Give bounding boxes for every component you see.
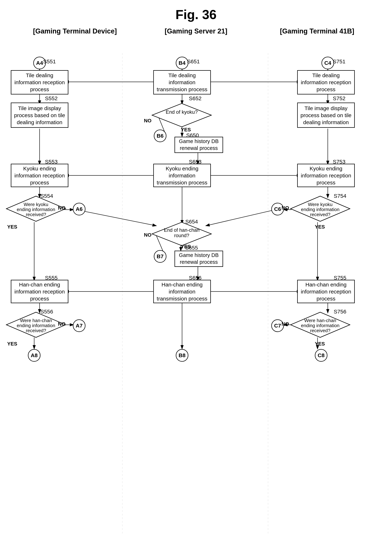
circle-a7: A7 (73, 319, 85, 332)
col-header-left: [Gaming Terminal Device] (21, 27, 129, 35)
diamond-b-han-chan: End of han-chan round? (151, 221, 212, 247)
label-no-c-kyoku: NO (282, 205, 289, 211)
step-s552: S552 (45, 95, 58, 101)
box-b-tile-deal: Tile dealing information transmission pr… (153, 70, 211, 94)
circle-b4: B4 (176, 57, 188, 69)
page-title: Fig. 36 (0, 0, 392, 27)
svg-text:ending information: ending information (301, 323, 339, 328)
box-c-tile-img: Tile image display process based on tile… (297, 103, 355, 128)
svg-text:Were kyoku: Were kyoku (308, 202, 333, 207)
label-yes-a-kyoku: YES (7, 224, 17, 230)
label-yes-b-kyoku: YES (181, 127, 191, 133)
circle-b7: B7 (154, 250, 166, 263)
diamond-c-kyoku: Were kyoku ending information received? (290, 195, 351, 222)
box-a-tile-deal: Tile dealing information reception proce… (11, 70, 68, 94)
svg-text:received?: received? (26, 328, 46, 333)
col-header-right: [Gaming Terminal 41B] (263, 27, 371, 35)
svg-line-25 (74, 209, 156, 226)
circle-b6: B6 (154, 130, 166, 142)
svg-text:Were han-chan: Were han-chan (304, 318, 336, 323)
box-c-hanchan-end: Han-chan ending information reception pr… (297, 280, 355, 303)
diamond-b-end-kyoku: End of kyoku? (151, 103, 212, 128)
label-yes-a-hanchan: YES (7, 341, 17, 347)
col-header-center: [Gaming Server 21] (142, 27, 250, 35)
step-s752: S752 (333, 95, 346, 101)
diamond-a-hanchan: Were han-chan ending information receive… (5, 311, 67, 338)
step-s652: S652 (189, 95, 201, 101)
diamond-c-hanchan: Were han-chan ending information receive… (290, 311, 351, 338)
box-c-kyoku-end: Kyoku ending information reception proce… (297, 164, 355, 187)
label-yes-c-hanchan: YES (315, 341, 325, 347)
label-yes-c-kyoku: YES (315, 224, 325, 230)
box-b-hanchan-end: Han-chan ending information transmission… (153, 280, 211, 303)
diamond-a-kyoku: Were kyoku ending information received? (5, 195, 67, 222)
box-a-hanchan-end: Han-chan ending information reception pr… (11, 280, 68, 303)
box-c-tile-deal: Tile dealing information reception proce… (297, 70, 355, 94)
box-a-kyoku-end: Kyoku ending information reception proce… (11, 164, 68, 187)
label-no-a-kyoku: NO (58, 205, 65, 211)
step-s751: S751 (333, 58, 346, 65)
box-b-game-hist1: Game history DB renewal process (175, 137, 223, 153)
circle-c4: C4 (322, 57, 334, 69)
label-no-a-hanchan: NO (58, 321, 65, 327)
svg-text:Were han-chan: Were han-chan (20, 318, 52, 323)
svg-text:Were kyoku: Were kyoku (24, 202, 48, 207)
label-no-c-hanchan: NO (282, 321, 289, 327)
circle-a6: A6 (73, 203, 85, 215)
label-no-b-hanchan: NO (144, 232, 152, 238)
box-b-kyoku-end: Kyoku ending information transmission pr… (153, 164, 211, 187)
svg-text:ending information: ending information (17, 207, 55, 212)
svg-text:round?: round? (174, 233, 189, 238)
label-no-b-kyoku: NO (144, 118, 152, 124)
step-s651: S651 (187, 58, 200, 65)
step-s655: S655 (185, 245, 198, 251)
step-s551: S551 (43, 58, 56, 65)
svg-text:End of kyoku?: End of kyoku? (166, 109, 198, 115)
circle-a8: A8 (28, 349, 40, 362)
svg-text:received?: received? (26, 212, 46, 217)
circle-b8: B8 (176, 349, 188, 362)
svg-text:ending information: ending information (301, 207, 339, 212)
svg-line-26 (206, 209, 277, 226)
box-b-game-hist2: Game history DB renewal process (175, 251, 223, 267)
box-a-tile-img: Tile image display process based on tile… (11, 103, 68, 128)
svg-text:ending information: ending information (17, 323, 55, 328)
svg-marker-39 (152, 103, 211, 127)
svg-text:received?: received? (310, 212, 331, 217)
svg-text:End of han-chan: End of han-chan (164, 227, 200, 233)
circle-c8: C8 (315, 349, 327, 362)
svg-text:received?: received? (310, 328, 331, 333)
